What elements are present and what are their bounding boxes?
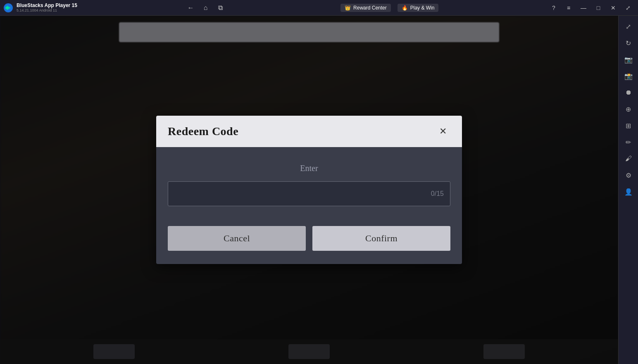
right-sidebar: ⤢ ↻ 📷 📸 ⏺ ⊕ ⊞ ✏ 🖌 ⚙ 👤 bbox=[618, 16, 638, 364]
app-info: BlueStacks App Player 15 5.14.21.1004 An… bbox=[17, 2, 77, 13]
modal-close-button[interactable]: ✕ bbox=[436, 124, 450, 139]
sidebar-brush-icon[interactable]: 🖌 bbox=[621, 151, 636, 166]
minimize-button[interactable]: — bbox=[577, 1, 590, 14]
titlebar-nav: ← ⌂ ⧉ bbox=[186, 3, 226, 13]
modal-title: Redeem Code bbox=[168, 125, 238, 138]
sidebar-rotate-icon[interactable]: ↻ bbox=[621, 36, 636, 50]
close-button[interactable]: ✕ bbox=[607, 1, 620, 14]
modal-buttons: Cancel Confirm bbox=[168, 226, 450, 251]
crown-icon: 👑 bbox=[345, 5, 351, 11]
titlebar: BlueStacks App Player 15 5.14.21.1004 An… bbox=[0, 0, 638, 16]
sidebar-camera-icon[interactable]: 📷 bbox=[621, 52, 636, 67]
bluestacks-logo bbox=[3, 3, 13, 13]
app-version: 5.14.21.1004 Android 11 bbox=[17, 8, 77, 13]
play-win-label: Play & Win bbox=[410, 5, 435, 11]
confirm-button[interactable]: Confirm bbox=[312, 226, 450, 251]
back-button[interactable]: ← bbox=[186, 3, 196, 13]
app-name: BlueStacks App Player 15 bbox=[17, 2, 77, 8]
main-content: Redeem Code ✕ Enter 0/15 Cancel Confirm bbox=[0, 16, 618, 364]
help-button[interactable]: ? bbox=[547, 1, 560, 14]
redeem-code-modal: Redeem Code ✕ Enter 0/15 Cancel Confirm bbox=[156, 116, 462, 264]
modal-body: Enter 0/15 Cancel Confirm bbox=[156, 147, 462, 264]
play-win-button[interactable]: 🔥 Play & Win bbox=[398, 4, 439, 12]
maximize-button[interactable]: □ bbox=[592, 1, 605, 14]
sidebar-settings-icon[interactable]: ⚙ bbox=[621, 168, 636, 183]
modal-overlay: Redeem Code ✕ Enter 0/15 Cancel Confirm bbox=[0, 16, 618, 364]
reward-center-button[interactable]: 👑 Reward Center bbox=[340, 4, 391, 12]
sidebar-record-icon[interactable]: ⏺ bbox=[621, 85, 636, 100]
fullscreen-button[interactable]: ⤢ bbox=[621, 1, 635, 14]
enter-label: Enter bbox=[168, 164, 450, 173]
fire-icon: 🔥 bbox=[402, 5, 408, 11]
sidebar-layers-icon[interactable]: ⊞ bbox=[621, 118, 636, 133]
cancel-button[interactable]: Cancel bbox=[168, 226, 306, 251]
sidebar-profile-icon[interactable]: 👤 bbox=[621, 184, 636, 199]
modal-header: Redeem Code ✕ bbox=[156, 116, 462, 147]
copy-button[interactable]: ⧉ bbox=[216, 3, 226, 13]
home-button[interactable]: ⌂ bbox=[201, 3, 211, 13]
sidebar-expand-icon[interactable]: ⤢ bbox=[621, 19, 636, 34]
titlebar-actions: ? ≡ — □ ✕ ⤢ bbox=[547, 1, 635, 14]
redeem-code-input[interactable] bbox=[168, 181, 450, 206]
sidebar-edit-icon[interactable]: ✏ bbox=[621, 135, 636, 150]
sidebar-screenshot-icon[interactable]: 📸 bbox=[621, 69, 636, 83]
menu-button[interactable]: ≡ bbox=[562, 1, 575, 14]
input-container: 0/15 bbox=[168, 181, 450, 206]
titlebar-center: 👑 Reward Center 🔥 Play & Win bbox=[340, 4, 438, 12]
reward-center-label: Reward Center bbox=[353, 5, 387, 11]
sidebar-zoom-icon[interactable]: ⊕ bbox=[621, 102, 636, 117]
